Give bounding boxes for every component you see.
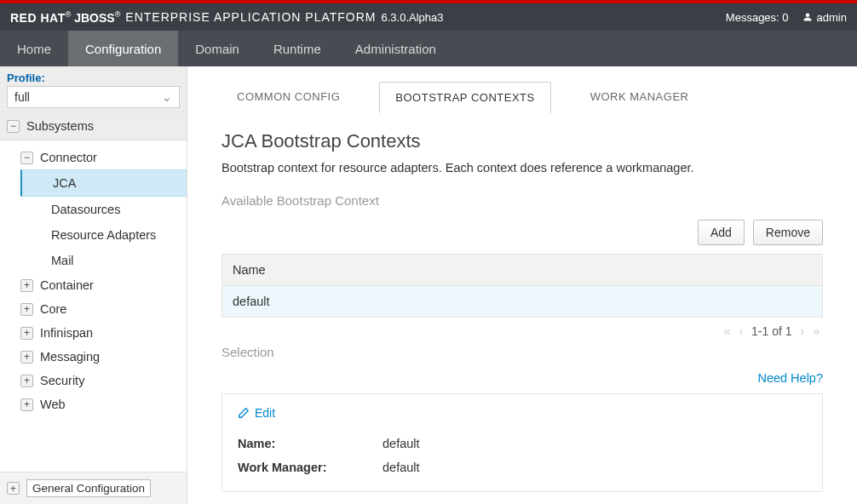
last-page-icon[interactable]: » xyxy=(813,324,820,338)
brand-suffix: ENTERPRISE APPLICATION PLATFORM xyxy=(125,10,376,24)
top-nav: Home Configuration Domain Runtime Admini… xyxy=(0,31,857,66)
first-page-icon[interactable]: « xyxy=(724,324,731,338)
chevron-down-icon: ⌄ xyxy=(162,90,172,104)
connector-label: Connector xyxy=(40,151,97,164)
table-row[interactable]: default xyxy=(222,286,823,318)
expand-icon[interactable]: + xyxy=(20,398,33,411)
detail-box: Edit Name: default Work Manager: default xyxy=(221,393,823,492)
edit-label: Edit xyxy=(255,406,275,420)
next-page-icon[interactable]: › xyxy=(801,324,805,338)
page-title: JCA Bootstrap Contexts xyxy=(221,130,823,152)
user-menu[interactable]: admin xyxy=(802,11,847,24)
tree-messaging[interactable]: + Messaging xyxy=(0,345,187,369)
edit-icon xyxy=(238,407,250,419)
nav-configuration[interactable]: Configuration xyxy=(68,31,178,66)
sidebar-item-jca[interactable]: JCA xyxy=(20,169,187,197)
nav-domain[interactable]: Domain xyxy=(178,31,256,66)
expand-icon[interactable]: + xyxy=(20,327,33,340)
col-name: Name xyxy=(222,255,823,286)
nav-runtime[interactable]: Runtime xyxy=(256,31,338,66)
brand: RED HAT® JBOSS® ENTERPRISE APPLICATION P… xyxy=(10,10,444,25)
group-label: Container xyxy=(40,278,94,292)
tab-common-config[interactable]: COMMON CONFIG xyxy=(221,82,355,113)
group-label: Security xyxy=(40,374,84,387)
detail-wm-label: Work Manager: xyxy=(238,461,348,474)
sidebar-item-datasources[interactable]: Datasources xyxy=(0,197,187,222)
expand-icon[interactable]: + xyxy=(20,303,33,316)
user-name: admin xyxy=(817,11,847,24)
page-description: Bootstrap context for resource adapters.… xyxy=(221,161,823,175)
pager-count: 1-1 of 1 xyxy=(751,324,791,338)
detail-name-label: Name: xyxy=(238,437,348,450)
tab-work-manager[interactable]: WORK MANAGER xyxy=(575,82,705,113)
nav-home[interactable]: Home xyxy=(0,31,68,66)
sidebar-item-resource-adapters[interactable]: Resource Adapters xyxy=(0,222,187,248)
profile-label: Profile: xyxy=(7,72,180,84)
selection-label: Selection xyxy=(221,345,823,359)
expand-icon[interactable]: + xyxy=(20,351,33,364)
add-button[interactable]: Add xyxy=(698,220,745,245)
detail-wm-value: default xyxy=(382,461,420,474)
general-conf-label: General Configuration xyxy=(26,479,151,497)
edit-link[interactable]: Edit xyxy=(238,406,807,420)
subsystems-label: Subsystems xyxy=(26,119,94,133)
cell-name: default xyxy=(222,286,823,318)
messages-count: 0 xyxy=(782,11,788,24)
tab-bootstrap-contexts[interactable]: BOOTSTRAP CONTEXTS xyxy=(379,82,550,113)
help-link[interactable]: Need Help? xyxy=(757,371,823,385)
expand-icon[interactable]: + xyxy=(7,482,20,495)
tree-container[interactable]: + Container xyxy=(0,273,187,297)
brand-redhat: RED HAT xyxy=(10,10,66,24)
messages-label: Messages: xyxy=(726,11,779,24)
tree-infinispan[interactable]: + Infinispan xyxy=(0,321,187,345)
profile-select[interactable]: full ⌄ xyxy=(7,86,180,108)
available-label: Available Bootstrap Context xyxy=(221,193,823,208)
sidebar-item-mail[interactable]: Mail xyxy=(0,248,187,273)
group-label: Infinispan xyxy=(40,326,93,340)
brand-version: 6.3.0.Alpha3 xyxy=(382,11,444,24)
content-tabs: COMMON CONFIG BOOTSTRAP CONTEXTS WORK MA… xyxy=(187,66,857,113)
expand-icon[interactable]: + xyxy=(20,279,33,292)
remove-button[interactable]: Remove xyxy=(753,220,823,245)
sidebar: Profile: full ⌄ − Subsystems − Connector… xyxy=(0,66,187,504)
prev-page-icon[interactable]: ‹ xyxy=(739,324,743,338)
app-header: RED HAT® JBOSS® ENTERPRISE APPLICATION P… xyxy=(0,3,857,31)
pager: « ‹ 1-1 of 1 › » xyxy=(221,318,823,345)
tree-core[interactable]: + Core xyxy=(0,297,187,321)
content-area: COMMON CONFIG BOOTSTRAP CONTEXTS WORK MA… xyxy=(187,66,857,504)
group-label: Core xyxy=(40,302,66,316)
collapse-icon[interactable]: − xyxy=(7,120,20,133)
general-configuration[interactable]: + General Configuration xyxy=(0,472,187,504)
messages-indicator[interactable]: Messages: 0 xyxy=(726,11,789,24)
tree-connector[interactable]: − Connector xyxy=(0,146,187,169)
detail-name-value: default xyxy=(382,437,420,450)
user-icon xyxy=(802,12,813,22)
nav-administration[interactable]: Administration xyxy=(338,31,453,66)
profile-value: full xyxy=(14,90,30,104)
brand-jboss: JBOSS xyxy=(74,10,114,24)
group-label: Web xyxy=(40,398,66,411)
tree-web[interactable]: + Web xyxy=(0,392,187,416)
group-label: Messaging xyxy=(40,350,100,364)
bootstrap-table: Name default xyxy=(221,254,823,318)
expand-icon[interactable]: + xyxy=(20,375,33,387)
collapse-icon[interactable]: − xyxy=(20,152,33,164)
tree-security[interactable]: + Security xyxy=(0,369,187,392)
